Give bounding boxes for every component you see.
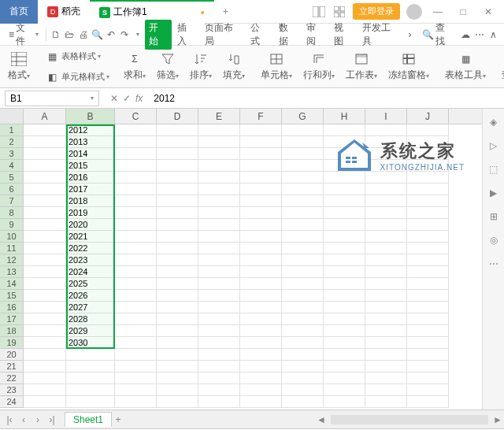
menu-layout[interactable]: 页面布局 xyxy=(201,20,246,50)
filter-button[interactable]: 筛选▾ xyxy=(152,50,183,83)
cell[interactable] xyxy=(407,183,449,195)
cell[interactable] xyxy=(365,172,407,183)
cell[interactable] xyxy=(324,183,365,195)
cell[interactable] xyxy=(365,243,407,254)
cell[interactable] xyxy=(240,195,282,207)
cell[interactable] xyxy=(407,278,449,290)
cell[interactable] xyxy=(407,219,449,231)
cell[interactable] xyxy=(157,302,198,313)
cell[interactable]: 2022 xyxy=(66,243,115,254)
cell[interactable] xyxy=(24,172,66,183)
cell[interactable] xyxy=(324,290,365,302)
menu-formula[interactable]: 公式 xyxy=(246,20,272,50)
cell[interactable] xyxy=(324,325,365,337)
cell[interactable] xyxy=(198,266,240,278)
cell[interactable] xyxy=(324,148,365,160)
cell[interactable] xyxy=(282,313,324,325)
cell[interactable] xyxy=(115,254,157,266)
cell[interactable] xyxy=(198,349,240,361)
cell[interactable] xyxy=(24,243,66,254)
print-icon[interactable]: 🖨 xyxy=(77,28,90,41)
cell[interactable] xyxy=(407,136,449,148)
cell[interactable] xyxy=(66,349,115,361)
cell[interactable] xyxy=(365,148,407,160)
cell[interactable] xyxy=(324,160,365,172)
cell[interactable] xyxy=(365,373,407,384)
undo-icon[interactable]: ↶ xyxy=(105,28,117,41)
cell[interactable] xyxy=(365,219,407,231)
cell[interactable] xyxy=(157,278,198,290)
scroll-right[interactable]: ► xyxy=(491,414,504,425)
cell[interactable] xyxy=(24,278,66,290)
tab-add[interactable]: + xyxy=(214,6,238,17)
cell[interactable] xyxy=(324,361,365,373)
cell[interactable] xyxy=(365,278,407,290)
row-header[interactable]: 7 xyxy=(0,195,24,207)
cell[interactable] xyxy=(407,384,449,396)
cell[interactable] xyxy=(282,302,324,313)
cell[interactable] xyxy=(157,219,198,231)
cell[interactable]: 2026 xyxy=(66,290,115,302)
sp-circle-icon[interactable]: ◎ xyxy=(487,233,501,247)
cell[interactable] xyxy=(115,302,157,313)
cell[interactable] xyxy=(24,219,66,231)
cell[interactable] xyxy=(365,136,407,148)
cell[interactable] xyxy=(24,136,66,148)
cell[interactable] xyxy=(115,373,157,384)
search-box[interactable]: 🔍 查找 xyxy=(418,20,458,50)
cell[interactable] xyxy=(66,361,115,373)
cell[interactable] xyxy=(157,290,198,302)
cell[interactable] xyxy=(240,160,282,172)
row-header[interactable]: 8 xyxy=(0,207,24,219)
row-header[interactable]: 12 xyxy=(0,254,24,266)
cell[interactable] xyxy=(407,195,449,207)
cell[interactable]: 2021 xyxy=(66,231,115,243)
cell[interactable] xyxy=(365,337,407,349)
cell[interactable]: 2029 xyxy=(66,325,115,337)
row-header[interactable]: 4 xyxy=(0,160,24,172)
row-header[interactable]: 21 xyxy=(0,361,24,373)
cell[interactable]: 2030 xyxy=(66,337,115,349)
cell[interactable] xyxy=(282,195,324,207)
row-header[interactable]: 5 xyxy=(0,172,24,183)
cell[interactable] xyxy=(115,266,157,278)
cell[interactable]: 2017 xyxy=(66,183,115,195)
cell-style-button[interactable]: ◧单元格样式▾ xyxy=(41,68,113,87)
cell[interactable] xyxy=(407,361,449,373)
sum-button[interactable]: Σ求和▾ xyxy=(119,50,150,83)
cell[interactable] xyxy=(157,160,198,172)
cell[interactable]: 2012 xyxy=(66,124,115,136)
cell[interactable] xyxy=(115,337,157,349)
cell[interactable] xyxy=(240,124,282,136)
cell[interactable] xyxy=(157,349,198,361)
cell[interactable] xyxy=(198,243,240,254)
cell[interactable] xyxy=(115,124,157,136)
sp-play-icon[interactable]: ▶ xyxy=(487,186,501,200)
cell[interactable] xyxy=(24,160,66,172)
cell[interactable] xyxy=(365,313,407,325)
sp-diamond-icon[interactable]: ◈ xyxy=(487,115,501,129)
cell[interactable] xyxy=(24,290,66,302)
cell[interactable] xyxy=(115,243,157,254)
nav-next[interactable]: › xyxy=(32,414,44,425)
cell[interactable] xyxy=(24,313,66,325)
cell[interactable] xyxy=(24,231,66,243)
cell[interactable] xyxy=(24,266,66,278)
cell[interactable] xyxy=(282,136,324,148)
cell[interactable] xyxy=(282,219,324,231)
cell[interactable] xyxy=(365,266,407,278)
cell[interactable] xyxy=(24,183,66,195)
cell[interactable] xyxy=(407,325,449,337)
cell[interactable] xyxy=(24,254,66,266)
maximize-button[interactable]: □ xyxy=(454,6,472,17)
sheet-grid[interactable]: ABCDEFGHIJ 12012220133201442015520166201… xyxy=(0,109,482,410)
cell[interactable] xyxy=(198,313,240,325)
cell[interactable] xyxy=(157,396,198,408)
cell[interactable]: 2016 xyxy=(66,172,115,183)
row-header[interactable]: 3 xyxy=(0,148,24,160)
col-header-G[interactable]: G xyxy=(282,109,324,124)
cell[interactable] xyxy=(365,290,407,302)
cell[interactable] xyxy=(198,361,240,373)
row-header[interactable]: 24 xyxy=(0,396,24,408)
cell[interactable] xyxy=(157,325,198,337)
